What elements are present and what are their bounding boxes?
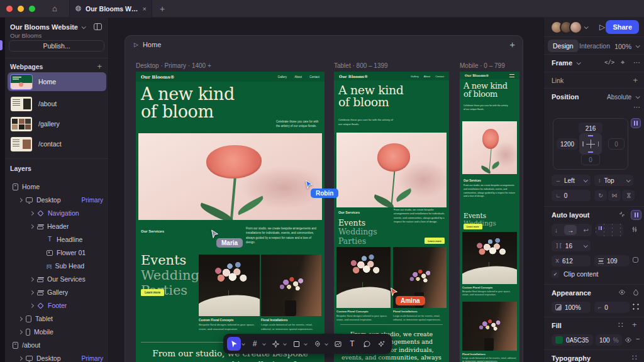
site-tagline[interactable]: Celebrate those you care for with the ar… (464, 104, 509, 112)
service-card[interactable]: Custom Floral Concepts Bespoke floral de… (462, 232, 517, 297)
chevron-right-icon[interactable] (18, 356, 23, 360)
constraint-crosshair[interactable] (579, 133, 602, 155)
site-navbar[interactable]: Our Blooms® (460, 72, 519, 79)
add-link-button[interactable]: + (633, 75, 638, 85)
chevron-down-icon[interactable] (584, 25, 589, 29)
hero-flower-image[interactable] (462, 121, 517, 174)
chevron-right-icon[interactable] (30, 277, 34, 281)
chevron-down-icon[interactable] (304, 342, 308, 346)
minimize-window-button[interactable] (18, 6, 24, 12)
hamburger-menu-icon[interactable] (509, 74, 514, 77)
events-headline[interactable]: Events Weddings Parties (338, 219, 377, 246)
learn-more-button[interactable]: Learn more (464, 224, 482, 229)
layer-row-navigation[interactable]: Navigation (8, 207, 106, 219)
right-offset-field[interactable]: 0 (608, 138, 625, 150)
remove-fill-icon[interactable]: − (636, 335, 640, 343)
section-header[interactable]: ▷ Home (134, 41, 161, 48)
share-button[interactable]: Share (606, 20, 639, 34)
independent-corners-icon[interactable] (633, 304, 639, 310)
hero-flower-image[interactable] (138, 133, 322, 220)
site-tagline[interactable]: Celebrate those you care for with the ar… (276, 119, 323, 129)
services-text[interactable]: From our studio, we create bespoke arran… (394, 208, 445, 224)
layer-row-header[interactable]: Header (8, 220, 106, 233)
spacing-settings-icon[interactable] (631, 226, 638, 233)
browser-tab[interactable]: Our Blooms Website × (69, 0, 152, 18)
flip-vertical-button[interactable]: ⋈ (622, 190, 635, 201)
layer-row-gallery[interactable]: Gallery (8, 286, 106, 299)
service-card[interactable]: Custom Floral Concepts Bespoke floral de… (199, 255, 260, 331)
chevron-right-icon[interactable] (18, 197, 23, 202)
left-offset-field[interactable]: 1200 (557, 138, 578, 150)
auto-layout-toggle[interactable] (631, 210, 641, 220)
breakpoint-label-tablet[interactable]: Tablet · 800 – 1399 (334, 62, 388, 69)
add-breakpoint-button[interactable]: + (509, 39, 515, 50)
target-icon[interactable]: ⌖ (621, 58, 625, 67)
close-window-button[interactable] (6, 6, 13, 12)
chevron-down-icon[interactable] (577, 60, 581, 65)
flip-horizontal-button[interactable]: ⋈ (608, 190, 621, 201)
top-offset-field[interactable]: 216 (579, 123, 602, 134)
page-section-card[interactable]: ▷ Home + Desktop · Primary · 1400 + Tabl… (125, 35, 523, 362)
chevron-down-icon[interactable] (262, 342, 266, 346)
close-tab-icon[interactable]: × (143, 5, 147, 13)
more-options-icon[interactable]: ⋯ (633, 58, 640, 67)
pen-tool[interactable] (310, 337, 324, 351)
padding-horizontal-field[interactable]: X612 (552, 255, 591, 266)
layer-row-headline[interactable]: T Headline (8, 233, 106, 246)
gap-field[interactable]: ][16 (552, 240, 591, 251)
chevron-right-icon[interactable] (18, 329, 23, 334)
layout-direction-segmented[interactable]: ↓ → ↩ (552, 224, 592, 236)
code-icon[interactable]: </> (604, 59, 614, 65)
fill-opacity-field[interactable]: 100% (596, 334, 622, 346)
services-label[interactable]: Our Services (338, 211, 360, 214)
site-navbar[interactable]: Our Blooms® GalleryAboutContact (334, 72, 449, 80)
opacity-field[interactable]: 100% (552, 302, 591, 313)
zoom-window-button[interactable] (29, 6, 35, 12)
individual-padding-icon[interactable] (633, 257, 638, 263)
services-text[interactable]: From our studio, we create bespoke arran… (246, 226, 319, 244)
clip-content-row[interactable]: ✓ Clip content (552, 270, 598, 278)
visibility-eye-icon[interactable] (618, 288, 626, 296)
vector-tool[interactable] (269, 337, 282, 351)
hero-flower-image[interactable] (336, 133, 447, 207)
tab-interaction[interactable]: Interaction (574, 40, 615, 52)
shape-tool[interactable] (289, 337, 303, 351)
site-headline[interactable]: A new kindof bloom (464, 82, 508, 99)
color-swatch[interactable] (555, 336, 563, 344)
sidebar-item-gallery[interactable]: /gallery (8, 114, 106, 133)
text-tool[interactable]: T (345, 337, 359, 351)
sidebar-item-contact[interactable]: /contact (8, 134, 106, 153)
service-card[interactable]: Floral Installations Large-scale botanic… (261, 255, 321, 331)
new-tab-button[interactable]: + (160, 4, 165, 14)
service-card[interactable]: Custom Floral Concepts Bespoke floral de… (336, 247, 391, 322)
sidebar-item-about[interactable]: /about (8, 94, 106, 113)
site-tagline[interactable]: Celebrate those you care for with the ar… (338, 118, 396, 126)
add-fill-button[interactable]: + (632, 320, 637, 329)
rotate-90-button[interactable]: ↻ (594, 190, 607, 201)
chevron-right-icon[interactable] (30, 211, 34, 215)
avatar[interactable] (569, 21, 582, 34)
absolute-position-toggle[interactable] (631, 118, 641, 128)
publish-button[interactable]: Publish... (9, 40, 104, 52)
ai-tool[interactable] (374, 337, 388, 351)
select-tool[interactable] (227, 337, 241, 351)
learn-more-button[interactable]: Learn more (141, 289, 164, 296)
bottom-offset-field[interactable]: 0 (581, 154, 600, 165)
padding-vertical-field[interactable]: 109 (594, 255, 630, 266)
fill-color-field[interactable]: 0A5C35 (552, 334, 593, 346)
learn-more-button[interactable]: Learn more (425, 238, 445, 244)
blend-droplet-icon[interactable] (632, 288, 640, 296)
site-headline[interactable]: A new kindof bloom (141, 85, 235, 120)
breakpoint-label-desktop[interactable]: Desktop · Primary · 1400 + (136, 62, 211, 69)
vertical-anchor-dropdown[interactable]: ↕Top (594, 175, 633, 186)
shrink-icon[interactable] (618, 211, 626, 218)
layer-row-mobile[interactable]: Mobile (8, 326, 106, 338)
layer-row-desktop[interactable]: Desktop Primary (8, 194, 106, 206)
typography-styles-icon[interactable]: ∷ (632, 353, 637, 362)
more-align-icon[interactable]: ⋯ (633, 103, 640, 111)
services-text[interactable]: From our studio, we create bespoke arran… (464, 184, 516, 199)
layer-row-sub-head[interactable]: [0] Sub Head (8, 260, 106, 272)
service-card[interactable]: Floral Installations Large-scale botanic… (462, 302, 517, 362)
services-label[interactable]: Our Services (141, 229, 164, 233)
service-card[interactable]: Floral Installations Large-scale botanic… (393, 247, 447, 322)
